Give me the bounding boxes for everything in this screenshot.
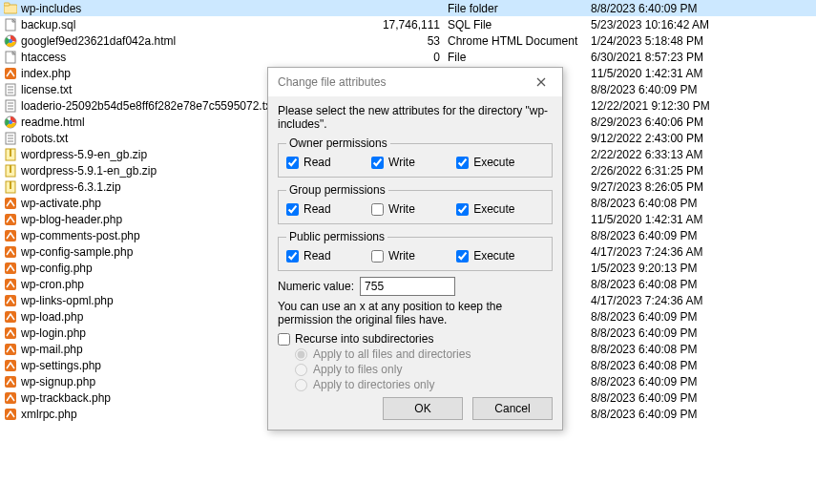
php-icon: [4, 245, 17, 259]
php-icon: [4, 326, 17, 340]
ok-button[interactable]: OK: [383, 397, 463, 420]
file-type: Chrome HTML Document: [444, 32, 587, 49]
group-execute[interactable]: Execute: [456, 202, 541, 216]
group-execute-checkbox[interactable]: [456, 203, 469, 216]
file-date: 8/8/2023 6:40:08 PM: [587, 357, 816, 373]
owner-execute-checkbox[interactable]: [456, 157, 469, 169]
owner-read-checkbox[interactable]: [286, 157, 299, 169]
php-icon: [4, 213, 17, 226]
file-name: wp-comments-post.php: [21, 229, 140, 242]
file-size: 53: [367, 32, 444, 49]
recurse-checkbox[interactable]: [278, 333, 290, 346]
file-name: htaccess: [21, 51, 66, 64]
file-name: wp-config-sample.php: [21, 245, 133, 259]
change-attributes-dialog: Change file attributes Please select the…: [267, 67, 563, 430]
file-date: 9/12/2022 2:43:00 PM: [587, 130, 816, 146]
table-row[interactable]: htaccess0File6/30/2021 8:57:23 PM: [0, 49, 816, 65]
php-icon: [4, 343, 17, 356]
file-date: 8/8/2023 6:40:08 PM: [587, 276, 816, 292]
file-name: wordpress-6.3.1.zip: [21, 180, 121, 194]
file-name: wp-trackback.php: [21, 391, 111, 405]
file-size: 17,746,111: [367, 16, 444, 32]
group-read-checkbox[interactable]: [286, 203, 299, 216]
file-date: 2/22/2022 6:33:13 AM: [587, 146, 816, 162]
zip-icon: [4, 148, 17, 161]
table-row[interactable]: googlef9ed23621daf042a.html53Chrome HTML…: [0, 32, 816, 49]
file-icon: [4, 18, 17, 32]
public-execute[interactable]: Execute: [456, 249, 541, 262]
php-icon: [4, 229, 17, 242]
file-date: 2/26/2022 6:31:25 PM: [587, 162, 816, 178]
file-name: xmlrpc.php: [21, 408, 77, 421]
numeric-value-input[interactable]: [360, 277, 455, 296]
folder-icon: [4, 2, 17, 15]
group-write-checkbox[interactable]: [371, 203, 384, 216]
file-name: wp-config.php: [21, 262, 93, 275]
file-date: 11/5/2020 1:42:31 AM: [587, 211, 816, 227]
file-name: robots.txt: [21, 132, 68, 145]
file-date: 4/17/2023 7:24:36 AM: [587, 243, 816, 260]
php-icon: [4, 391, 17, 405]
dialog-titlebar[interactable]: Change file attributes: [268, 68, 562, 96]
close-icon[interactable]: [528, 72, 554, 93]
public-read[interactable]: Read: [286, 249, 371, 262]
txt-icon: [4, 132, 17, 145]
file-date: 8/8/2023 6:40:09 PM: [587, 373, 816, 389]
file-name: loaderio-25092b54d5e8ff6f282e78e7c559507…: [21, 99, 274, 113]
public-legend: Public permissions: [286, 230, 387, 243]
chrome-icon: [4, 116, 17, 129]
file-date: 8/8/2023 6:40:08 PM: [587, 195, 816, 211]
owner-write[interactable]: Write: [371, 156, 456, 169]
owner-write-checkbox[interactable]: [371, 157, 384, 169]
file-name: wp-blog-header.php: [21, 213, 122, 226]
file-name: index.php: [21, 67, 71, 80]
radio-apply-dirs: Apply to directories only: [295, 378, 553, 391]
owner-legend: Owner permissions: [286, 136, 390, 150]
owner-execute[interactable]: Execute: [456, 156, 541, 169]
file-name: googlef9ed23621daf042a.html: [21, 34, 176, 48]
zip-icon: [4, 180, 17, 194]
owner-read[interactable]: Read: [286, 156, 371, 169]
file-name: wp-links-opml.php: [21, 294, 114, 307]
file-date: 8/8/2023 6:40:09 PM: [587, 0, 816, 16]
file-date: 8/8/2023 6:40:08 PM: [587, 341, 816, 357]
numeric-label: Numeric value:: [278, 280, 354, 293]
recurse-options: Apply to all files and directories Apply…: [295, 347, 553, 391]
file-date: 8/8/2023 6:40:09 PM: [587, 308, 816, 325]
txt-icon: [4, 83, 17, 96]
file-name: wp-login.php: [21, 326, 86, 340]
owner-permissions-group: Owner permissions Read Write Execute: [278, 136, 553, 178]
cancel-button[interactable]: Cancel: [472, 397, 553, 420]
public-write[interactable]: Write: [371, 249, 456, 262]
file-name: wp-activate.php: [21, 197, 101, 210]
file-name: wp-load.php: [21, 310, 83, 324]
file-type: File folder: [444, 0, 587, 16]
file-date: 1/24/2023 5:18:48 PM: [587, 32, 816, 49]
zip-icon: [4, 164, 17, 178]
file-date: 8/8/2023 6:40:09 PM: [587, 406, 816, 422]
file-icon: [4, 51, 17, 64]
file-date: 8/8/2023 6:40:09 PM: [587, 389, 816, 406]
recurse-checkbox-row[interactable]: Recurse into subdirectories: [278, 332, 553, 346]
table-row[interactable]: wp-includesFile folder8/8/2023 6:40:09 P…: [0, 0, 816, 16]
file-name: wp-includes: [21, 2, 81, 15]
table-row[interactable]: backup.sql17,746,111SQL File5/23/2023 10…: [0, 16, 816, 32]
public-read-checkbox[interactable]: [286, 250, 299, 262]
txt-icon: [4, 99, 17, 113]
file-date: 9/27/2023 8:26:05 PM: [587, 178, 816, 195]
file-date: 8/8/2023 6:40:09 PM: [587, 227, 816, 243]
file-name: wordpress-5.9.1-en_gb.zip: [21, 164, 157, 178]
group-read[interactable]: Read: [286, 202, 371, 216]
file-size: [367, 0, 444, 16]
file-date: 1/5/2023 9:20:13 PM: [587, 260, 816, 276]
chrome-icon: [4, 34, 17, 48]
php-icon: [4, 294, 17, 307]
file-name: readme.html: [21, 116, 85, 129]
file-name: wordpress-5.9-en_gb.zip: [21, 148, 147, 161]
public-write-checkbox[interactable]: [371, 250, 384, 262]
permission-hint: You can use an x at any position to keep…: [278, 300, 553, 326]
file-date: 8/8/2023 6:40:09 PM: [587, 325, 816, 341]
dialog-title: Change file attributes: [278, 75, 386, 89]
group-write[interactable]: Write: [371, 202, 456, 216]
public-execute-checkbox[interactable]: [456, 250, 469, 262]
